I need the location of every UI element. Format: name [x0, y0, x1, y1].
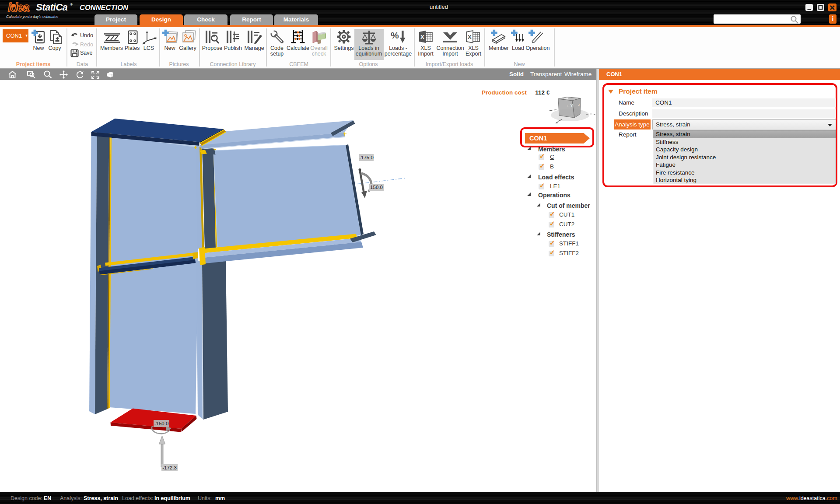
svg-text:←Y: ←Y [566, 103, 574, 108]
svg-text:CON1: CON1 [529, 135, 547, 142]
svg-text:X: X [468, 34, 472, 40]
svg-text:X: X [420, 34, 424, 40]
svg-text:®: ® [70, 3, 73, 7]
svg-text:J: J [578, 103, 580, 107]
svg-text:Calculate yesterday's estimate: Calculate yesterday's estimates [6, 14, 59, 19]
svg-text:CONNECTION: CONNECTION [80, 4, 129, 11]
svg-text:StatiCa: StatiCa [36, 2, 68, 13]
svg-text:%: % [391, 30, 399, 40]
